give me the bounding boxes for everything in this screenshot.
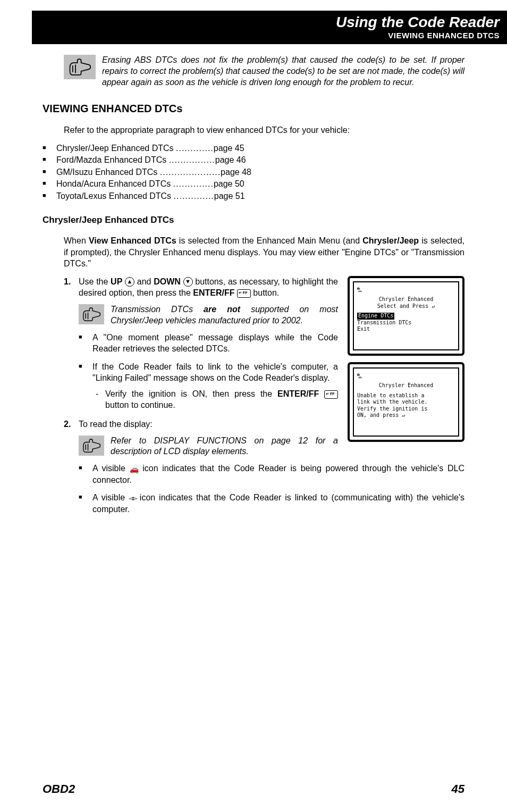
list-item: Toyota/Lexus Enhanced DTCs .............…	[43, 190, 464, 202]
pointing-hand-icon	[79, 436, 104, 456]
list-item-name: Toyota/Lexus Enhanced DTCs	[56, 191, 171, 200]
leader-dots: ................	[169, 155, 215, 164]
link-icon: ◅▻	[129, 493, 136, 503]
list-item-page: page 51	[214, 191, 245, 200]
vehicle-icon: 🚗	[130, 464, 139, 474]
list-item: Ford/Mazda Enhanced DTCs ...............…	[43, 154, 464, 166]
step-2-bullets: A visible 🚗 icon indicates that the Code…	[79, 463, 464, 515]
top-note: Erasing ABS DTCs does not fix the proble…	[64, 55, 464, 88]
list-item-name: Ford/Mazda Enhanced DTCs	[56, 155, 166, 164]
step-2-note: Refer to DISPLAY FUNCTIONS on page 12 fo…	[79, 436, 338, 458]
bullet-item: A visible 🚗 icon indicates that the Code…	[79, 463, 464, 485]
list-item-page: page 50	[214, 179, 244, 188]
leader-dots: .............	[176, 144, 214, 153]
leader-dots: ..............	[173, 179, 214, 188]
list-item-name: GM/Isuzu Enhanced DTCs	[56, 168, 157, 177]
footer-left: OBD2	[43, 782, 75, 796]
pointing-hand-icon	[79, 304, 104, 324]
list-item-page: page 46	[215, 155, 246, 164]
enter-ff-button-icon	[324, 390, 338, 399]
list-item-name: Chrysler/Jeep Enhanced DTCs	[56, 144, 174, 153]
steps-list: Use the UP ▲ and DOWN ▼ buttons, as nece…	[64, 276, 464, 515]
subsection-intro: When View Enhanced DTCs is selected from…	[64, 235, 464, 270]
bullet-item: A "One moment please" message displays w…	[79, 332, 464, 355]
bullet-item: A visible ◅▻ icon indicates that the Cod…	[79, 492, 464, 515]
pointing-hand-icon	[64, 55, 96, 79]
subsection-title: Chrysler/Jeep Enhanced DTCs	[43, 215, 464, 225]
step-1-note-text: Transmission DTCs are not supported on m…	[111, 304, 338, 327]
vehicle-list: Chrysler/Jeep Enhanced DTCs ............…	[43, 143, 464, 202]
list-item: GM/Isuzu Enhanced DTCs .................…	[43, 166, 464, 178]
up-button-icon: ▲	[125, 277, 134, 287]
page-footer: OBD2 45	[43, 782, 464, 796]
step-1-note: Transmission DTCs are not supported on m…	[79, 304, 338, 327]
section-title: VIEWING ENHANCED DTCs	[43, 103, 464, 115]
bullet-item: If the Code Reader fails to link to the …	[79, 361, 464, 411]
intro-paragraph: Refer to the appropriate paragraph to vi…	[64, 124, 464, 136]
dash-item: Verify the ignition is ON, then press th…	[92, 388, 464, 411]
list-item-page: page 48	[221, 168, 251, 177]
step-2-note-text: Refer to DISPLAY FUNCTIONS on page 12 fo…	[111, 436, 338, 458]
list-item: Chrysler/Jeep Enhanced DTCs ............…	[43, 143, 464, 154]
top-note-text: Erasing ABS DTCs does not fix the proble…	[102, 55, 464, 88]
list-item: Honda/Acura Enhanced DTCs ..............…	[43, 178, 464, 190]
step-2: To read the display: Refer to DISPLAY FU…	[64, 418, 464, 515]
step-1-bullets: A "One moment please" message displays w…	[79, 332, 464, 412]
screen-line: ON, and press ↵	[357, 412, 455, 419]
page-header: Using the Code Reader VIEWING ENHANCED D…	[32, 11, 507, 44]
enter-ff-button-icon	[237, 289, 251, 298]
header-title: Using the Code Reader	[39, 14, 500, 31]
leader-dots: .....................	[160, 168, 221, 177]
footer-right: 45	[452, 782, 464, 796]
list-item-page: page 45	[214, 144, 244, 153]
leader-dots: ..............	[174, 191, 214, 200]
header-subtitle: VIEWING ENHANCED DTCS	[39, 31, 500, 40]
down-button-icon: ▼	[183, 277, 193, 287]
list-item-name: Honda/Acura Enhanced DTCs	[56, 179, 171, 188]
step-1: Use the UP ▲ and DOWN ▼ buttons, as nece…	[64, 276, 464, 411]
